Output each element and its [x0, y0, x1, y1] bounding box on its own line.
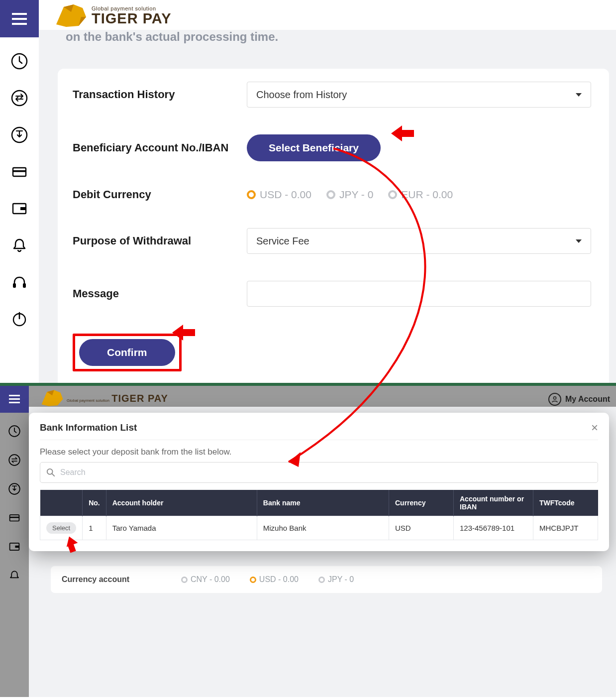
rail-wallet-icon[interactable] [10, 200, 28, 218]
side-nav-rail [0, 413, 29, 697]
form-area: on the bank's actual processing time. Tr… [39, 30, 616, 383]
radio-icon [326, 190, 335, 199]
svg-rect-17 [9, 395, 20, 396]
debit-radio-eur-label: EUR - 0.00 [401, 189, 453, 201]
svg-rect-19 [9, 402, 20, 403]
modal-title: Bank Information List [40, 422, 137, 433]
rail-bell-icon[interactable] [10, 236, 28, 254]
col-holder: Account holder [106, 490, 257, 516]
hamburger-menu-button[interactable] [0, 386, 29, 413]
bank-search-box[interactable] [40, 462, 598, 483]
withdraw-form-screen: Global payment solution TIGER PAY on the… [0, 0, 616, 386]
rail-power-icon[interactable] [10, 310, 28, 328]
message-input[interactable] [247, 281, 591, 307]
logo-brandname: TIGER PAY [92, 11, 172, 26]
svg-rect-2 [12, 23, 27, 25]
annotation-arrow-to-beneficiary [391, 124, 415, 142]
logo-tagline: Global payment solution [67, 398, 109, 403]
confirm-highlight-box: Confirm [73, 334, 182, 371]
col-select [40, 490, 83, 516]
svg-point-24 [9, 455, 20, 466]
currency-radio-usd[interactable]: USD - 0.00 [250, 575, 299, 584]
debit-radio-eur[interactable]: EUR - 0.00 [388, 189, 453, 201]
chevron-down-icon [576, 93, 582, 97]
svg-rect-14 [23, 283, 26, 288]
hamburger-menu-button[interactable] [0, 0, 39, 37]
modal-close-button[interactable]: × [591, 421, 598, 435]
debit-radio-jpy[interactable]: JPY - 0 [326, 189, 373, 201]
brand-logo: Global payment solution TIGER PAY [40, 388, 168, 409]
svg-point-30 [47, 469, 53, 474]
banner-partial-text: on the bank's actual processing time. [66, 30, 616, 44]
currency-radio-jpy[interactable]: JPY - 0 [318, 575, 354, 584]
cell-no: 1 [83, 516, 106, 540]
purpose-select[interactable]: Service Fee [247, 228, 591, 254]
rail-wallet-icon[interactable] [8, 540, 21, 555]
svg-rect-13 [13, 283, 16, 288]
rail-card-icon[interactable] [8, 511, 21, 526]
cell-bank: Mizuho Bank [257, 516, 389, 540]
currency-radio-cny[interactable]: CNY - 0.00 [181, 575, 230, 584]
transaction-history-select[interactable]: Choose from History [247, 82, 591, 108]
svg-point-7 [12, 91, 27, 106]
annotation-arrow-to-select-row [63, 536, 78, 551]
radio-icon [247, 190, 256, 199]
rail-transfer-icon[interactable] [10, 89, 28, 107]
cell-currency: USD [389, 516, 454, 540]
rail-bell-icon[interactable] [8, 569, 21, 584]
my-account-label: My Account [565, 395, 610, 404]
my-account-link[interactable]: My Account [548, 393, 610, 406]
svg-rect-29 [15, 546, 19, 548]
tiger-logo-icon [40, 388, 65, 409]
cell-iban: 123-456789-101 [454, 516, 533, 540]
annotation-arrow-to-confirm [172, 324, 196, 342]
transaction-history-label: Transaction History [73, 88, 247, 101]
svg-point-22 [553, 397, 556, 399]
rail-withdraw-icon[interactable] [10, 126, 28, 144]
hamburger-icon [9, 395, 20, 404]
search-icon [46, 468, 55, 477]
rail-withdraw-icon[interactable] [8, 482, 21, 497]
brand-logo: Global payment solution TIGER PAY [54, 1, 172, 31]
select-row-button[interactable]: Select [46, 522, 76, 534]
rail-clock-icon[interactable] [10, 52, 28, 70]
bank-info-modal: Bank Information List × Please select yo… [29, 413, 609, 551]
logo-brandname: TIGER PAY [111, 393, 168, 404]
svg-rect-12 [20, 207, 26, 210]
cell-holder: Taro Yamada [106, 516, 257, 540]
currency-account-label: Currency account [62, 575, 161, 584]
col-swift: TWFTcode [533, 490, 598, 516]
transaction-history-value: Choose from History [256, 89, 347, 101]
modal-subtitle: Please select your deposit bank from the… [40, 447, 598, 457]
col-iban: Account number or IBAN [454, 490, 533, 516]
debit-radio-jpy-label: JPY - 0 [339, 189, 373, 201]
table-row: Select 1 Taro Yamada Mizuho Bank USD 123… [40, 516, 598, 540]
bank-search-input[interactable] [60, 468, 592, 477]
rail-transfer-icon[interactable] [8, 454, 21, 468]
message-label: Message [73, 287, 247, 300]
rail-card-icon[interactable] [10, 163, 28, 181]
side-nav-rail [0, 37, 39, 383]
svg-rect-0 [12, 13, 27, 15]
select-beneficiary-button[interactable]: Select Beneficiary [247, 134, 381, 161]
radio-icon [388, 190, 397, 199]
svg-rect-1 [12, 18, 27, 20]
bank-list-screen: Global payment solution TIGER PAY My Acc… [0, 386, 616, 697]
debit-radio-usd-label: USD - 0.00 [260, 189, 311, 201]
col-no: No. [83, 490, 106, 516]
rail-clock-icon[interactable] [8, 425, 21, 440]
cell-swift: MHCBJPJT [533, 516, 598, 540]
confirm-button[interactable]: Confirm [79, 339, 175, 366]
chevron-down-icon [576, 239, 582, 243]
bank-table: No. Account holder Bank name Currency Ac… [40, 490, 598, 540]
purpose-value: Service Fee [256, 235, 309, 247]
purpose-label: Purpose of Withdrawal [73, 234, 247, 247]
col-bank: Bank name [257, 490, 389, 516]
debit-radio-usd[interactable]: USD - 0.00 [247, 189, 311, 201]
col-currency: Currency [389, 490, 454, 516]
tiger-logo-icon [54, 2, 89, 30]
debit-currency-label: Debit Currency [73, 188, 247, 201]
user-icon [548, 393, 561, 406]
rail-headset-icon[interactable] [10, 273, 28, 291]
beneficiary-label: Beneficiary Account No./IBAN [73, 141, 247, 154]
